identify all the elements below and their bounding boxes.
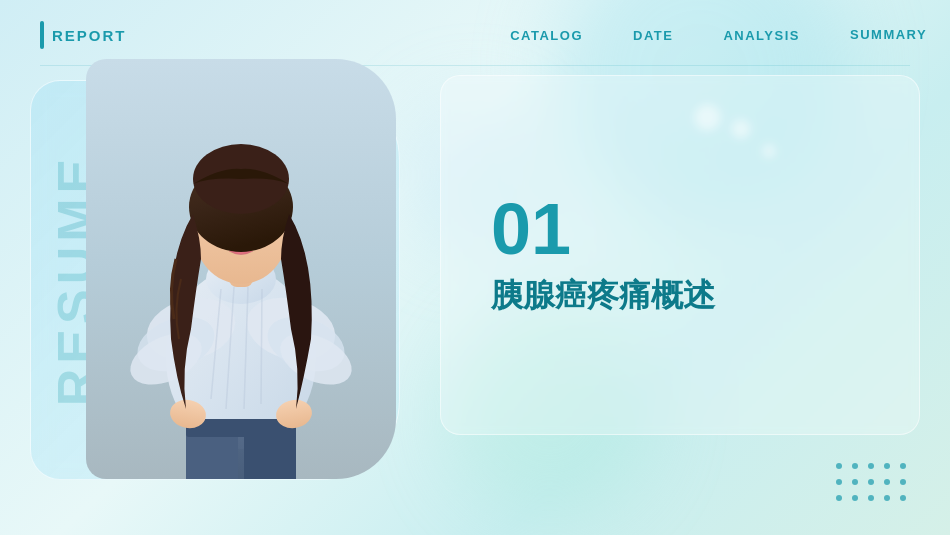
logo-bar — [40, 21, 44, 49]
nav-item-catalog[interactable]: CATALOG — [510, 28, 583, 43]
dot-15 — [900, 495, 906, 501]
dot-5 — [900, 463, 906, 469]
dot-12 — [852, 495, 858, 501]
main-nav: CATALOG DATE ANALYSIS SUMMARY — [510, 27, 910, 43]
nav-item-summary[interactable]: SUMMARY — [850, 27, 910, 43]
section-number: 01 — [491, 193, 869, 265]
dot-7 — [852, 479, 858, 485]
dot-8 — [868, 479, 874, 485]
svg-line-32 — [261, 289, 262, 404]
person-image — [86, 59, 396, 479]
dot-14 — [884, 495, 890, 501]
dot-2 — [852, 463, 858, 469]
section-title: 胰腺癌疼痛概述 — [491, 275, 869, 317]
logo-text: REPORT — [52, 27, 127, 44]
dot-9 — [884, 479, 890, 485]
dot-3 — [868, 463, 874, 469]
dot-6 — [836, 479, 842, 485]
dot-11 — [836, 495, 842, 501]
logo: REPORT — [40, 21, 127, 49]
header: REPORT CATALOG DATE ANALYSIS SUMMARY — [0, 0, 950, 70]
dot-grid — [836, 463, 910, 505]
dot-4 — [884, 463, 890, 469]
person-svg — [86, 59, 396, 479]
left-card: RESUME — [30, 80, 400, 480]
dot-10 — [900, 479, 906, 485]
dot-13 — [868, 495, 874, 501]
nav-item-date[interactable]: DATE — [633, 28, 673, 43]
dot-1 — [836, 463, 842, 469]
right-content-panel: 01 胰腺癌疼痛概述 — [440, 75, 920, 435]
nav-item-analysis[interactable]: ANALYSIS — [723, 28, 800, 43]
